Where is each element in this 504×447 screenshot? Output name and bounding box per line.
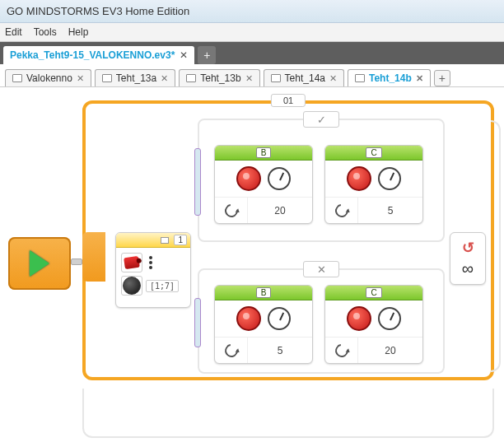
switch-body: [1;7] bbox=[116, 248, 190, 300]
close-icon[interactable]: ✕ bbox=[180, 49, 188, 61]
loop-block[interactable]: 01 1 bbox=[82, 100, 494, 380]
tab-valokenno[interactable]: Valokenno ✕ bbox=[5, 69, 91, 86]
switch-block[interactable]: 1 [1;7] bbox=[115, 232, 191, 308]
motor-header: B bbox=[215, 146, 312, 161]
motor-port[interactable]: C bbox=[366, 147, 381, 158]
motor-footer: 20 bbox=[325, 337, 422, 363]
motor-block-b-bot[interactable]: B 5 bbox=[214, 285, 313, 364]
close-icon[interactable]: ✕ bbox=[77, 73, 84, 84]
gauge-icon bbox=[378, 307, 401, 330]
sample-circle-icon bbox=[123, 277, 141, 295]
loop-infinity-icon[interactable]: ∞ bbox=[462, 259, 474, 278]
tab-teht13a[interactable]: Teht_13a ✕ bbox=[95, 69, 175, 86]
tab-label: Valokenno bbox=[26, 72, 72, 84]
motor-wheel-icon bbox=[236, 166, 261, 191]
program-icon bbox=[271, 74, 281, 82]
motor-mode-selector[interactable] bbox=[325, 338, 358, 363]
loop-end-block[interactable]: ↺ ∞ bbox=[450, 232, 486, 285]
sequence-beam bbox=[194, 148, 201, 216]
switch-header: 1 bbox=[116, 233, 190, 248]
motor-block-b-top[interactable]: B 20 bbox=[214, 145, 313, 224]
tab-teht14a[interactable]: Teht_14a ✕ bbox=[264, 69, 344, 86]
sequence-wire bbox=[71, 258, 82, 265]
switch-case-true[interactable]: ✓ B 20 C bbox=[198, 119, 445, 242]
motor-footer: 5 bbox=[325, 197, 422, 223]
sequence-beam bbox=[194, 298, 201, 347]
loop-repeat-icon: ↺ bbox=[462, 239, 474, 257]
motor-power-value[interactable]: 5 bbox=[358, 205, 422, 217]
gauge-icon bbox=[378, 167, 401, 190]
menu-help[interactable]: Help bbox=[68, 26, 89, 38]
menu-tools[interactable]: Tools bbox=[34, 26, 57, 38]
close-icon[interactable]: ✕ bbox=[416, 73, 423, 84]
tab-label: Teht_14a bbox=[285, 72, 325, 84]
tab-label: Teht_13b bbox=[200, 72, 240, 84]
loop-start-cap bbox=[82, 232, 105, 282]
motor-block-c-top[interactable]: C 5 bbox=[324, 145, 423, 224]
switch-threshold[interactable]: [1;7] bbox=[146, 280, 179, 292]
case-true-tab[interactable]: ✓ bbox=[303, 111, 339, 128]
program-icon bbox=[12, 74, 22, 82]
motor-header: B bbox=[215, 286, 312, 300]
motor-mode-selector[interactable] bbox=[215, 198, 248, 223]
gauge-icon bbox=[268, 307, 291, 330]
motor-mode-selector[interactable] bbox=[215, 338, 248, 363]
loop-right-frame bbox=[491, 120, 501, 372]
color-sensor-mode[interactable] bbox=[121, 253, 142, 272]
motor-header: C bbox=[325, 286, 422, 300]
motor-port[interactable]: B bbox=[256, 147, 272, 158]
window-title: GO MINDSTORMS EV3 Home Edition bbox=[0, 0, 504, 23]
motor-power-value[interactable]: 20 bbox=[358, 345, 422, 356]
play-icon bbox=[30, 250, 49, 277]
loop-name-label[interactable]: 01 bbox=[271, 94, 306, 107]
program-icon bbox=[355, 74, 365, 82]
motor-wheel-icon bbox=[347, 306, 371, 331]
motor-power-value[interactable]: 5 bbox=[248, 345, 312, 356]
switch-port[interactable]: 1 bbox=[174, 235, 187, 245]
close-icon[interactable]: ✕ bbox=[245, 73, 253, 84]
motor-port[interactable]: B bbox=[256, 287, 272, 298]
tab-teht13b[interactable]: Teht_13b ✕ bbox=[179, 69, 259, 86]
motor-port[interactable]: C bbox=[366, 287, 381, 298]
program-canvas[interactable]: 01 1 bbox=[0, 87, 504, 441]
gauge-icon bbox=[268, 167, 291, 190]
menu-bar: Edit Tools Help bbox=[0, 23, 504, 42]
motor-mode-selector[interactable] bbox=[325, 198, 358, 223]
motor-body bbox=[215, 300, 312, 337]
cycle-icon bbox=[222, 341, 240, 359]
motor-body bbox=[215, 161, 312, 197]
close-icon[interactable]: ✕ bbox=[161, 73, 168, 84]
program-icon bbox=[186, 74, 196, 82]
motor-power-value[interactable]: 20 bbox=[248, 205, 312, 217]
cycle-icon bbox=[332, 341, 350, 359]
start-block[interactable] bbox=[8, 237, 71, 290]
project-tab-label: Pekka_Teht9-15_VALOKENNO.ev3* bbox=[10, 49, 175, 61]
tab-label: Teht_14b bbox=[369, 72, 412, 84]
motor-body bbox=[325, 161, 422, 197]
close-icon[interactable]: ✕ bbox=[329, 73, 337, 84]
motor-wheel-icon bbox=[347, 166, 371, 191]
motor-wheel-icon bbox=[236, 306, 261, 331]
outer-frame bbox=[82, 389, 494, 438]
motor-footer: 20 bbox=[215, 197, 312, 223]
add-project-button[interactable]: + bbox=[198, 46, 216, 64]
cycle-icon bbox=[222, 201, 240, 219]
motor-body bbox=[325, 300, 422, 337]
case-false-tab[interactable]: ✕ bbox=[303, 261, 339, 277]
menu-edit[interactable]: Edit bbox=[5, 26, 22, 38]
project-tab-bar: Pekka_Teht9-15_VALOKENNO.ev3* ✕ + bbox=[0, 42, 504, 64]
motor-header: C bbox=[325, 146, 422, 161]
add-program-button[interactable]: + bbox=[434, 70, 450, 86]
compare-mode[interactable] bbox=[121, 276, 142, 296]
tab-teht14b[interactable]: Teht_14b ✕ bbox=[348, 69, 431, 86]
dots-icon bbox=[146, 253, 167, 272]
tab-label: Teht_13a bbox=[116, 72, 156, 84]
program-icon bbox=[102, 74, 112, 82]
cycle-icon bbox=[332, 201, 350, 219]
program-tab-bar: Valokenno ✕ Teht_13a ✕ Teht_13b ✕ Teht_1… bbox=[0, 64, 504, 87]
motor-block-c-bot[interactable]: C 20 bbox=[324, 285, 423, 364]
color-sensor-icon bbox=[124, 256, 140, 269]
project-tab[interactable]: Pekka_Teht9-15_VALOKENNO.ev3* ✕ bbox=[3, 46, 194, 64]
switch-case-false[interactable]: ✕ B 5 C bbox=[198, 268, 445, 374]
motor-footer: 5 bbox=[215, 337, 312, 363]
